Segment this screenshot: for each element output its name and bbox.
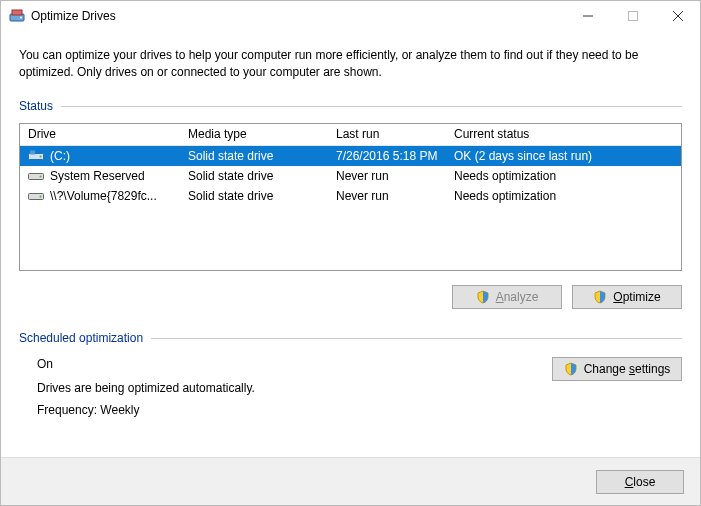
svg-point-2 (20, 17, 22, 19)
schedule-info: On Drives are being optimized automatica… (19, 357, 255, 425)
drive-icon (28, 170, 44, 182)
window-close-button[interactable] (655, 1, 700, 31)
divider (61, 106, 682, 107)
scheduled-section-label: Scheduled optimization (19, 331, 143, 345)
maximize-button (610, 1, 655, 31)
table-header: Drive Media type Last run Current status (20, 124, 681, 146)
footer-bar: Close (1, 457, 700, 505)
titlebar: Optimize Drives (1, 1, 700, 31)
media-type: Solid state drive (180, 189, 328, 203)
drive-name: System Reserved (50, 169, 145, 183)
column-header-media[interactable]: Media type (180, 127, 328, 141)
divider (151, 338, 682, 339)
last-run: Never run (328, 169, 446, 183)
current-status: OK (2 days since last run) (446, 149, 681, 163)
close-button[interactable]: Close (596, 470, 684, 494)
table-row[interactable]: (C:) Solid state drive 7/26/2016 5:18 PM… (20, 146, 681, 166)
drive-icon (28, 190, 44, 202)
change-settings-button[interactable]: Change settings (552, 357, 682, 381)
media-type: Solid state drive (180, 149, 328, 163)
svg-point-13 (40, 195, 42, 197)
status-section-label: Status (19, 99, 53, 113)
column-header-status[interactable]: Current status (446, 127, 681, 141)
column-header-drive[interactable]: Drive (20, 127, 180, 141)
shield-icon (564, 362, 578, 376)
svg-point-11 (40, 175, 42, 177)
description-text: You can optimize your drives to help you… (19, 47, 682, 81)
content-area: You can optimize your drives to help you… (1, 31, 700, 425)
media-type: Solid state drive (180, 169, 328, 183)
drive-os-icon (28, 150, 44, 162)
column-header-last-run[interactable]: Last run (328, 127, 446, 141)
schedule-line: Drives are being optimized automatically… (37, 381, 255, 395)
app-icon (9, 8, 25, 24)
schedule-state: On (37, 357, 255, 371)
svg-rect-1 (12, 10, 22, 15)
drive-name: (C:) (50, 149, 70, 163)
shield-icon (476, 290, 490, 304)
drives-table: Drive Media type Last run Current status… (19, 123, 682, 271)
svg-rect-8 (30, 150, 35, 154)
current-status: Needs optimization (446, 189, 681, 203)
drive-name: \\?\Volume{7829fc... (50, 189, 157, 203)
svg-point-9 (40, 155, 42, 157)
shield-icon (593, 290, 607, 304)
minimize-button[interactable] (565, 1, 610, 31)
svg-rect-4 (628, 12, 637, 21)
table-row[interactable]: \\?\Volume{7829fc... Solid state drive N… (20, 186, 681, 206)
current-status: Needs optimization (446, 169, 681, 183)
table-row[interactable]: System Reserved Solid state drive Never … (20, 166, 681, 186)
window-title: Optimize Drives (31, 9, 116, 23)
last-run: 7/26/2016 5:18 PM (328, 149, 446, 163)
schedule-line: Frequency: Weekly (37, 403, 255, 417)
last-run: Never run (328, 189, 446, 203)
optimize-button[interactable]: Optimize (572, 285, 682, 309)
analyze-button[interactable]: Analyze (452, 285, 562, 309)
